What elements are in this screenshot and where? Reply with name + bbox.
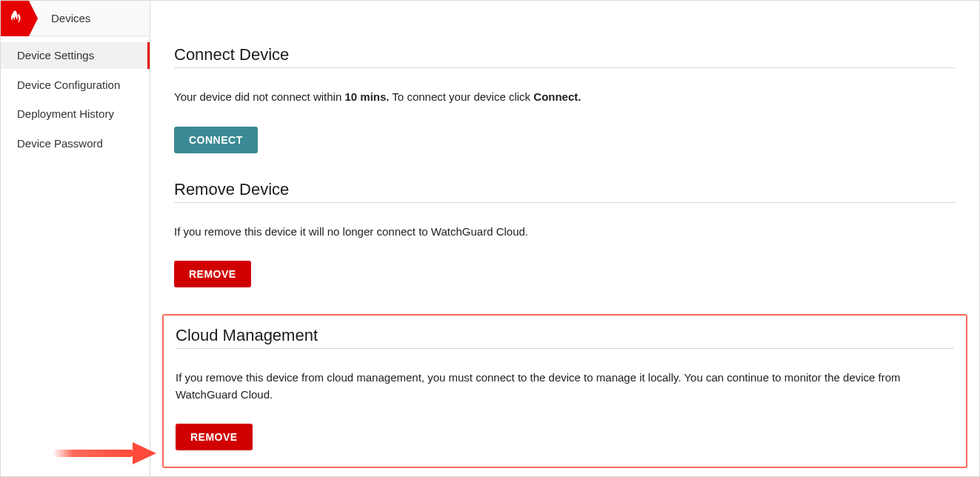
divider: [174, 67, 956, 68]
sidebar-nav: Device Settings Device Configuration Dep…: [1, 36, 150, 159]
connect-description: Your device did not connect within 10 mi…: [174, 89, 956, 106]
remove-description: If you remove this device it will no lon…: [174, 224, 956, 241]
section-connect-device: Connect Device Your device did not conne…: [174, 45, 956, 153]
sidebar-item-label: Deployment History: [17, 107, 114, 120]
sidebar: Devices Device Settings Device Configura…: [1, 1, 150, 476]
flame-icon: [8, 10, 21, 27]
section-title: Cloud Management: [176, 326, 954, 345]
section-cloud-management: Cloud Management If you remove this devi…: [174, 314, 956, 468]
section-remove-device: Remove Device If you remove this device …: [174, 180, 956, 288]
app-window: Devices Device Settings Device Configura…: [0, 0, 980, 477]
main-content: Connect Device Your device did not conne…: [150, 1, 979, 476]
divider: [174, 202, 956, 203]
section-title: Remove Device: [174, 180, 956, 199]
sidebar-item-label: Device Password: [17, 137, 103, 150]
highlight-box: Cloud Management If you remove this devi…: [162, 314, 967, 468]
breadcrumb-root[interactable]: [1, 1, 38, 36]
sidebar-item-label: Device Configuration: [17, 79, 120, 91]
sidebar-item-device-settings[interactable]: Device Settings: [1, 42, 150, 69]
section-title: Connect Device: [174, 45, 956, 64]
sidebar-item-label: Device Settings: [17, 49, 94, 61]
sidebar-item-device-configuration[interactable]: Device Configuration: [1, 72, 150, 99]
remove-device-button[interactable]: REMOVE: [174, 261, 251, 287]
connect-button[interactable]: CONNECT: [174, 127, 258, 153]
divider: [176, 348, 954, 349]
sidebar-header: Devices: [1, 1, 150, 36]
breadcrumb-devices[interactable]: Devices: [51, 12, 90, 24]
sidebar-item-device-password[interactable]: Device Password: [1, 130, 150, 157]
sidebar-item-deployment-history[interactable]: Deployment History: [1, 101, 150, 127]
cloud-description: If you remove this device from cloud man…: [176, 370, 954, 403]
remove-cloud-button[interactable]: REMOVE: [176, 424, 253, 450]
